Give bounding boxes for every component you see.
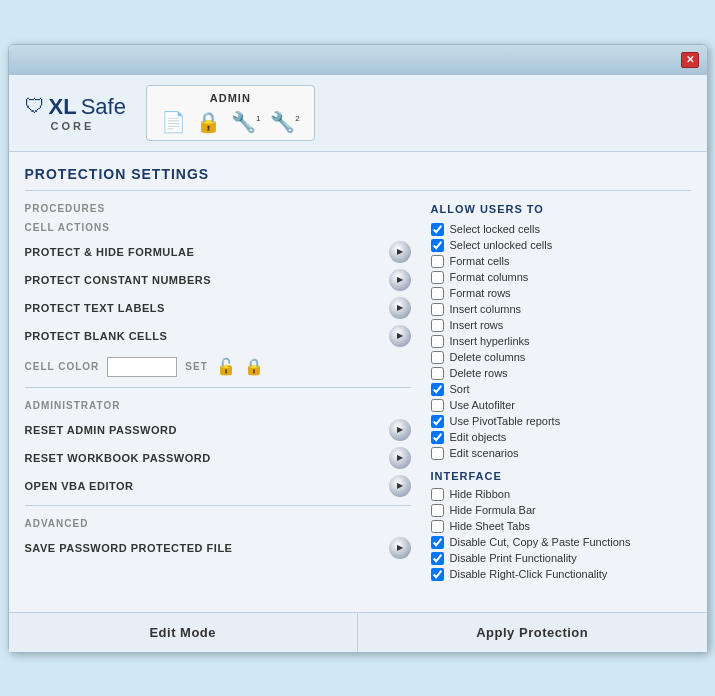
procedure-reset-admin: RESET ADMIN PASSWORD [25,419,411,441]
checkbox-disable-right-click-label: Disable Right-Click Functionality [450,568,608,580]
administrator-label: ADMINISTRATOR [25,400,411,411]
settings1-icon[interactable]: 🔧1 [231,110,260,134]
logo-top: 🛡 XLSafe [25,94,126,120]
apply-protection-button[interactable]: Apply Protection [358,613,707,652]
reset-workbook-password-button[interactable] [389,447,411,469]
checkbox-disable-print-label: Disable Print Functionality [450,552,577,564]
checkbox-format-cells-label: Format cells [450,255,510,267]
unlock-icon[interactable]: 🔓 [216,357,236,376]
protect-hide-formulae-button[interactable] [389,241,411,263]
checkbox-format-rows-label: Format rows [450,287,511,299]
protect-blank-cells-label: PROTECT BLANK CELLS [25,330,168,342]
checkbox-autofilter-label: Use Autofilter [450,399,515,411]
checkbox-delete-rows: Delete rows [431,367,691,380]
admin-icons: 📄 🔒 🔧1 🔧2 [161,110,300,134]
checkbox-select-locked-label: Select locked cells [450,223,541,235]
checkbox-autofilter-input[interactable] [431,399,444,412]
procedure-blank-cells: PROTECT BLANK CELLS [25,325,411,347]
shield-icon: 🛡 [25,95,45,118]
cell-color-input[interactable] [107,357,177,377]
checkbox-edit-scenarios-input[interactable] [431,447,444,460]
checkbox-hide-ribbon-label: Hide Ribbon [450,488,511,500]
checkbox-hide-ribbon: Hide Ribbon [431,488,691,501]
interface-checkboxes: Hide Ribbon Hide Formula Bar Hide Sheet … [431,488,691,581]
lock-icon-2[interactable]: 🔒 [244,357,264,376]
checkbox-insert-columns-input[interactable] [431,303,444,316]
checkbox-disable-cut-copy-label: Disable Cut, Copy & Paste Functions [450,536,631,548]
checkbox-sort-label: Sort [450,383,470,395]
footer: Edit Mode Apply Protection [9,612,707,652]
checkbox-delete-rows-label: Delete rows [450,367,508,379]
admin-label: ADMIN [161,92,300,104]
checkbox-select-locked-input[interactable] [431,223,444,236]
checkbox-format-rows-input[interactable] [431,287,444,300]
cell-actions-label: CELL ACTIONS [25,222,411,233]
protect-blank-cells-button[interactable] [389,325,411,347]
checkbox-insert-hyperlinks-input[interactable] [431,335,444,348]
protect-constant-numbers-button[interactable] [389,269,411,291]
checkbox-format-rows: Format rows [431,287,691,300]
checkbox-delete-rows-input[interactable] [431,367,444,380]
checkbox-hide-sheet-tabs: Hide Sheet Tabs [431,520,691,533]
checkbox-disable-cut-copy: Disable Cut, Copy & Paste Functions [431,536,691,549]
save-password-protected-button[interactable] [389,537,411,559]
checkbox-pivottable-input[interactable] [431,415,444,428]
checkbox-delete-columns-input[interactable] [431,351,444,364]
close-button[interactable]: ✕ [681,52,699,68]
settings2-icon[interactable]: 🔧2 [270,110,299,134]
cell-color-label: CELL COLOR [25,361,100,372]
right-column: ALLOW USERS TO Select locked cells Selec… [431,203,691,584]
checkbox-hide-formula-bar-label: Hide Formula Bar [450,504,536,516]
checkbox-format-columns: Format columns [431,271,691,284]
checkbox-edit-objects-input[interactable] [431,431,444,444]
edit-mode-button[interactable]: Edit Mode [9,613,359,652]
checkbox-hide-sheet-tabs-label: Hide Sheet Tabs [450,520,531,532]
reset-admin-password-label: RESET ADMIN PASSWORD [25,424,177,436]
cell-color-row: CELL COLOR SET 🔓 🔒 [25,357,411,377]
protect-text-labels-label: PROTECT TEXT LABELS [25,302,165,314]
checkbox-edit-scenarios: Edit scenarios [431,447,691,460]
procedure-text-labels: PROTECT TEXT LABELS [25,297,411,319]
checkbox-edit-scenarios-label: Edit scenarios [450,447,519,459]
protect-text-labels-button[interactable] [389,297,411,319]
checkbox-edit-objects: Edit objects [431,431,691,444]
procedure-constant-numbers: PROTECT CONSTANT NUMBERS [25,269,411,291]
checkbox-select-unlocked-input[interactable] [431,239,444,252]
checkbox-disable-cut-copy-input[interactable] [431,536,444,549]
left-column: PROCEDURES CELL ACTIONS PROTECT & HIDE F… [25,203,411,584]
checkbox-disable-print-input[interactable] [431,552,444,565]
checkbox-format-columns-label: Format columns [450,271,529,283]
advanced-label: ADVANCED [25,518,411,529]
checkbox-hide-sheet-tabs-input[interactable] [431,520,444,533]
procedure-open-vba: OPEN VBA EDITOR [25,475,411,497]
open-vba-editor-button[interactable] [389,475,411,497]
reset-admin-password-button[interactable] [389,419,411,441]
logo-safe: Safe [81,94,126,120]
checkbox-autofilter: Use Autofilter [431,399,691,412]
logo-core: CORE [51,120,95,132]
checkbox-format-cells-input[interactable] [431,255,444,268]
checkbox-sort-input[interactable] [431,383,444,396]
checkbox-insert-hyperlinks: Insert hyperlinks [431,335,691,348]
reset-workbook-password-label: RESET WORKBOOK PASSWORD [25,452,211,464]
procedure-hide-formulae: PROTECT & HIDE FORMULAE [25,241,411,263]
divider-1 [25,387,411,388]
checkbox-delete-columns: Delete columns [431,351,691,364]
checkbox-insert-rows-input[interactable] [431,319,444,332]
checkbox-format-columns-input[interactable] [431,271,444,284]
checkbox-hide-formula-bar-input[interactable] [431,504,444,517]
lock-icon[interactable]: 🔒 [196,110,221,134]
open-vba-editor-label: OPEN VBA EDITOR [25,480,134,492]
new-file-icon[interactable]: 📄 [161,110,186,134]
save-password-protected-label: SAVE PASSWORD PROTECTED FILE [25,542,233,554]
main-window: ✕ 🛡 XLSafe CORE ADMIN 📄 🔒 🔧1 🔧2 PROTECTI… [8,44,708,653]
checkbox-insert-rows: Insert rows [431,319,691,332]
logo-xl: XL [49,94,77,120]
checkbox-disable-right-click-input[interactable] [431,568,444,581]
title-bar: ✕ [9,45,707,75]
checkbox-hide-ribbon-input[interactable] [431,488,444,501]
content: PROTECTION SETTINGS PROCEDURES CELL ACTI… [9,152,707,598]
procedures-label: PROCEDURES [25,203,411,214]
checkbox-pivottable-label: Use PivotTable reports [450,415,561,427]
admin-panel: ADMIN 📄 🔒 🔧1 🔧2 [146,85,315,141]
